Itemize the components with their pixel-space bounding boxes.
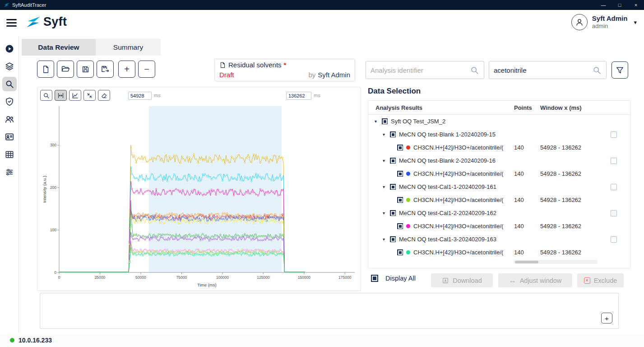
eraser-icon (101, 92, 107, 99)
tree-trace-row[interactable]: CH3CN.H+[42]/H3O+/acetonitrile/(14054928… (368, 220, 630, 233)
tree-checkbox[interactable] (390, 131, 396, 137)
display-all-toggle[interactable]: Display All (371, 275, 416, 282)
chart-selection-window[interactable] (149, 106, 282, 272)
caret-down-icon[interactable]: ▾ (375, 119, 382, 124)
sidebar-item-contacts[interactable] (2, 130, 17, 144)
table-icon (5, 150, 14, 159)
tree-trace-row[interactable]: CH3CN.H+[42]/H3O+/acetonitrile/(14054928… (368, 141, 630, 154)
adjust-window-button[interactable]: ↔ Adjust window (498, 273, 572, 287)
annotations-panel: + (40, 293, 619, 329)
download-button[interactable]: Download (431, 273, 493, 287)
tree-group-row[interactable]: ▾MeCN OQ test-Blank 2-20240209-16 (368, 154, 630, 167)
tree-group-row[interactable]: ▾MeCN OQ test-Blank 1-20240209-15 (368, 128, 630, 141)
group-select-checkbox[interactable] (611, 236, 617, 243)
group-select-checkbox[interactable] (611, 210, 617, 216)
chevron-down-icon[interactable]: ▾ (634, 19, 637, 26)
new-document-icon (42, 65, 50, 74)
search-icon[interactable] (592, 66, 602, 75)
search-icon[interactable] (470, 66, 479, 75)
tree-trace-row[interactable]: CH3CN.H+[42]/H3O+/acetonitrile/(14054928… (368, 167, 630, 180)
caret-down-icon[interactable]: ▾ (383, 158, 390, 163)
save-icon (81, 65, 90, 74)
minus-icon: − (144, 65, 149, 74)
sidebar-item-settings[interactable] (2, 165, 17, 179)
chart-erase-tool[interactable] (98, 90, 110, 101)
display-all-label: Display All (385, 275, 416, 282)
maximize-button[interactable]: □ (612, 0, 628, 10)
sidebar-item-users[interactable] (2, 112, 17, 127)
svg-text:175000: 175000 (338, 275, 352, 280)
caret-down-icon[interactable]: ▾ (383, 132, 390, 137)
sidebar-item-data-review[interactable] (2, 77, 17, 91)
tree-label: MeCN OQ test-Blank 1-20240209-15 (399, 131, 496, 138)
column-points: Points (514, 104, 532, 111)
sidebar-item-quality[interactable] (2, 94, 17, 109)
chart-line-tool[interactable] (69, 90, 81, 101)
new-document-button[interactable] (37, 61, 54, 78)
tree-checkbox[interactable] (397, 223, 403, 229)
intensity-time-chart[interactable]: 0250005000075000100000125000150000175000… (41, 103, 359, 289)
caret-down-icon[interactable]: ▾ (383, 211, 390, 216)
trace-label: CH3CN.H+[42]/H3O+/acetonitrile/( (413, 223, 503, 230)
tab-data-review[interactable]: Data Review (22, 39, 96, 56)
tab-summary[interactable]: Summary (96, 39, 161, 56)
tree-root-row[interactable]: ▾Syft OQ Test_JSM_2 (368, 115, 630, 128)
analysis-identifier-input[interactable] (371, 66, 466, 74)
tree-group-row[interactable]: ▾MeCN OQ test-Cal1-2-20240209-162 (368, 206, 630, 220)
sidebar-item-batches[interactable] (2, 59, 17, 74)
tree-checkbox[interactable] (390, 184, 396, 190)
exclude-button[interactable]: × Exclude (577, 273, 624, 287)
tree-checkbox[interactable] (397, 249, 403, 255)
chart-collapse-tool[interactable] (83, 90, 96, 101)
app-icon (4, 2, 9, 8)
tree-trace-row[interactable]: CH3CN.H+[42]/H3O+/acetonitrile/(14054928… (368, 193, 630, 206)
compound-search-input[interactable] (494, 66, 588, 74)
sidebar-item-tables[interactable] (2, 147, 17, 162)
minimize-button[interactable]: — (595, 0, 612, 10)
caret-down-icon[interactable]: ▾ (383, 184, 390, 189)
tree-checkbox[interactable] (390, 210, 396, 216)
add-button[interactable]: + (601, 313, 612, 324)
play-circle-icon (5, 44, 14, 54)
tree-group-row[interactable]: ▾MeCN OQ test-Cal1-3-20240209-163 (368, 233, 630, 246)
zoom-in-button[interactable]: + (118, 61, 135, 78)
open-button[interactable] (57, 61, 74, 78)
sidebar-item-run[interactable] (2, 42, 17, 56)
user-menu[interactable]: Syft Admin admin ▾ (571, 14, 637, 30)
tree-checkbox[interactable] (390, 158, 396, 164)
tree-trace-row[interactable]: CH3CN.H+[42]/H3O+/acetonitrile/(14054928… (368, 246, 630, 259)
tree-checkbox[interactable] (390, 236, 396, 242)
hamburger-menu-icon[interactable] (6, 19, 17, 27)
save-as-button[interactable] (97, 61, 114, 78)
status-badge: Draft (219, 71, 234, 79)
chart-zoom-tool[interactable] (40, 90, 52, 101)
tree-checkbox[interactable] (382, 118, 388, 124)
trace-label: CH3CN.H+[42]/H3O+/acetonitrile/( (413, 197, 503, 203)
tree-group-row[interactable]: ▾MeCN OQ test-Cal1-1-20240209-161 (368, 180, 630, 193)
close-button[interactable]: × (628, 0, 644, 10)
selection-actions: Display All Download ↔ Adjust window × E… (368, 273, 630, 287)
filter-button[interactable] (612, 61, 628, 79)
table-header: Analysis Results Points Window x (ms) (368, 101, 630, 115)
window-start-input[interactable] (128, 92, 152, 100)
tree-checkbox[interactable] (397, 197, 403, 203)
window-end-input[interactable] (286, 92, 311, 100)
tree-checkbox[interactable] (397, 145, 403, 150)
user-avatar-icon (575, 17, 584, 27)
zoom-out-button[interactable]: − (138, 61, 155, 78)
points-value: 140 (514, 170, 524, 177)
tree-checkbox[interactable] (397, 171, 403, 177)
group-select-checkbox[interactable] (611, 184, 617, 190)
horizontal-scrollbar[interactable] (514, 260, 598, 264)
adjust-arrows-icon: ↔ (509, 277, 516, 285)
display-all-checkbox[interactable] (371, 275, 378, 282)
svg-text:100: 100 (50, 228, 56, 232)
svg-text:50000: 50000 (135, 275, 146, 280)
tree-label: MeCN OQ test-Cal1-1-20240209-161 (399, 183, 496, 190)
chart-span-tool[interactable] (55, 90, 67, 101)
group-select-checkbox[interactable] (611, 158, 617, 164)
group-select-checkbox[interactable] (611, 131, 617, 138)
caret-down-icon[interactable]: ▾ (383, 237, 390, 242)
scrollbar-thumb[interactable] (515, 261, 538, 263)
save-button[interactable] (77, 61, 94, 78)
